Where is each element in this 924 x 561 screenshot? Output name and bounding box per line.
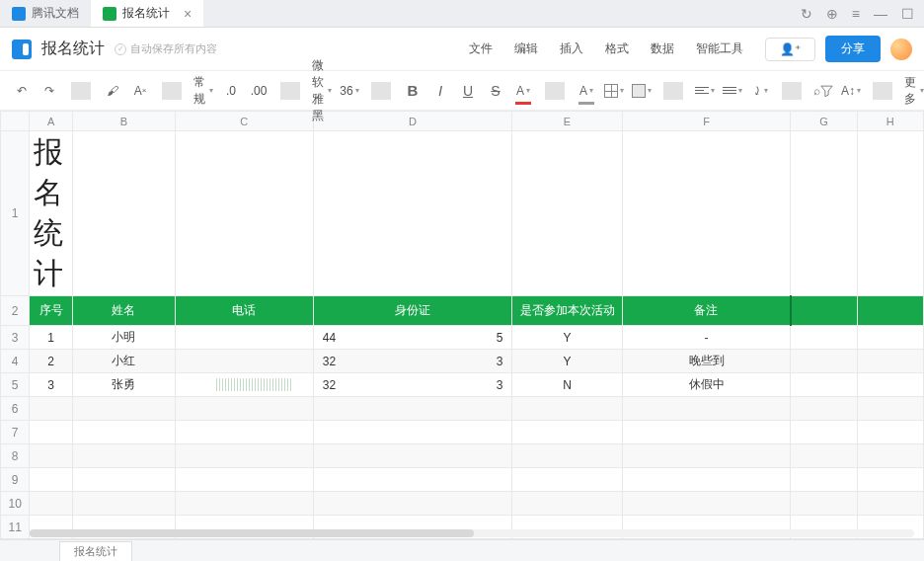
row-header[interactable]: 2 xyxy=(1,296,30,326)
cell[interactable] xyxy=(857,444,923,468)
row-header[interactable]: 9 xyxy=(1,468,30,492)
close-icon[interactable]: × xyxy=(184,6,192,22)
cell[interactable] xyxy=(512,397,622,421)
cell[interactable] xyxy=(791,350,857,373)
menu-insert[interactable]: 插入 xyxy=(560,40,583,57)
cell[interactable]: 备注 xyxy=(622,296,791,326)
cell[interactable]: 445 xyxy=(313,326,512,350)
tab-tencent-docs[interactable]: 腾讯文档 xyxy=(0,0,91,27)
cell[interactable] xyxy=(73,421,176,444)
cell[interactable] xyxy=(175,444,313,468)
redo-icon[interactable]: ↷ xyxy=(39,79,59,103)
cell[interactable] xyxy=(512,492,622,516)
cell[interactable]: 323 xyxy=(313,373,512,397)
cell[interactable]: 身份证 xyxy=(313,296,512,326)
cell[interactable] xyxy=(622,131,791,296)
col-header-A[interactable]: A xyxy=(30,112,73,131)
menu-smart[interactable]: 智能工具 xyxy=(696,40,743,57)
minimize-icon[interactable]: — xyxy=(874,6,887,22)
invite-button[interactable]: 👤⁺ xyxy=(765,38,815,61)
menu-file[interactable]: 文件 xyxy=(469,40,493,57)
row-header[interactable]: 3 xyxy=(1,326,30,350)
cell[interactable] xyxy=(313,421,512,444)
cell[interactable]: 晚些到 xyxy=(622,350,791,373)
cell[interactable] xyxy=(175,492,313,516)
cell[interactable] xyxy=(622,444,791,468)
undo-icon[interactable]: ↶ xyxy=(12,79,32,103)
increase-decimal[interactable]: .00 xyxy=(249,79,269,103)
wrap-button[interactable]: ⤸▾ xyxy=(750,79,770,103)
cell[interactable]: 2 xyxy=(30,350,73,373)
cell[interactable] xyxy=(791,373,857,397)
row-header[interactable]: 1 xyxy=(1,131,30,296)
cell[interactable] xyxy=(73,468,176,492)
cell[interactable]: 休假中 xyxy=(622,373,791,397)
cell[interactable] xyxy=(175,468,313,492)
new-tab-icon[interactable]: ⊕ xyxy=(826,6,838,22)
col-header-D[interactable]: D xyxy=(313,112,512,131)
cell[interactable] xyxy=(73,397,176,421)
cell[interactable] xyxy=(791,492,857,516)
maximize-icon[interactable]: ☐ xyxy=(901,6,914,22)
cell[interactable] xyxy=(791,326,857,350)
col-header-F[interactable]: F xyxy=(622,112,791,131)
tab-signup-stats[interactable]: 报名统计 × xyxy=(91,0,203,27)
cell[interactable]: 是否参加本次活动 xyxy=(512,296,622,326)
cell[interactable] xyxy=(791,421,857,444)
cell[interactable]: 小明 xyxy=(73,326,176,350)
share-button[interactable]: 分享 xyxy=(825,36,881,62)
cell[interactable] xyxy=(622,397,791,421)
cell[interactable] xyxy=(791,296,857,326)
cell[interactable] xyxy=(73,444,176,468)
fill-color-button[interactable]: A▾ xyxy=(577,79,596,103)
avatar[interactable] xyxy=(890,39,912,60)
col-header-B[interactable]: B xyxy=(73,112,176,131)
cell[interactable]: 3 xyxy=(30,373,73,397)
strike-button[interactable]: S xyxy=(486,79,505,103)
col-header-H[interactable]: H xyxy=(857,112,923,131)
row-header[interactable]: 10 xyxy=(1,492,30,516)
cell[interactable]: 报名统计 xyxy=(30,131,73,296)
cell[interactable] xyxy=(857,131,923,296)
cell[interactable] xyxy=(791,444,857,468)
cell[interactable]: 323 xyxy=(313,350,512,373)
cell[interactable] xyxy=(512,131,622,296)
cell[interactable] xyxy=(175,397,313,421)
bold-button[interactable]: B xyxy=(403,79,423,103)
cell[interactable] xyxy=(175,350,313,373)
cell[interactable] xyxy=(512,468,622,492)
history-icon[interactable]: ↻ xyxy=(801,6,812,22)
format-painter-icon[interactable]: 🖌 xyxy=(103,79,122,103)
menu-data[interactable]: 数据 xyxy=(651,40,674,57)
col-header-C[interactable]: C xyxy=(175,112,313,131)
v-align-button[interactable]: ▾ xyxy=(723,79,742,103)
doc-title[interactable]: 报名统计 xyxy=(41,39,105,59)
menu-icon[interactable]: ≡ xyxy=(852,6,860,22)
select-all-corner[interactable] xyxy=(1,112,30,131)
cell[interactable] xyxy=(313,468,512,492)
cell[interactable] xyxy=(857,397,923,421)
cell[interactable] xyxy=(791,468,857,492)
italic-button[interactable]: I xyxy=(430,79,450,103)
merge-button[interactable]: ▾ xyxy=(632,79,652,103)
cell[interactable] xyxy=(857,296,923,326)
cell[interactable] xyxy=(30,397,73,421)
cell[interactable]: - xyxy=(622,326,791,350)
font-color-button[interactable]: A▾ xyxy=(513,79,533,103)
sheet-area[interactable]: ABCDEFGH 1报名统计2序号姓名电话身份证是否参加本次活动备注31小明44… xyxy=(0,111,924,539)
cell[interactable] xyxy=(857,373,923,397)
cell[interactable]: 电话 xyxy=(175,296,313,326)
cell[interactable]: N xyxy=(512,373,622,397)
cell[interactable] xyxy=(622,421,791,444)
cell[interactable]: 小红 xyxy=(73,350,176,373)
cell[interactable] xyxy=(791,397,857,421)
h-align-button[interactable]: ▾ xyxy=(695,79,715,103)
cell[interactable] xyxy=(857,468,923,492)
cell[interactable]: 姓名 xyxy=(73,296,176,326)
menu-format[interactable]: 格式 xyxy=(605,40,629,57)
cell[interactable]: Y xyxy=(512,350,622,373)
more-button[interactable]: 更多▾ xyxy=(904,79,924,103)
cell[interactable] xyxy=(857,350,923,373)
number-format-select[interactable]: 常规▾ xyxy=(193,79,213,103)
row-header[interactable]: 6 xyxy=(1,397,30,421)
